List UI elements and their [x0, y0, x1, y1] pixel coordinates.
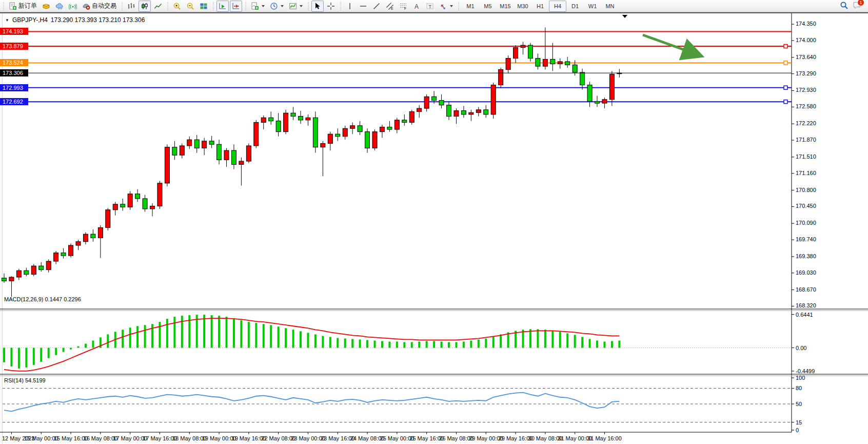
ohlc-readout: 173.290 173.393 173.210 173.306	[51, 16, 145, 24]
tile-windows-button[interactable]	[198, 1, 210, 12]
chart-shift-icon	[232, 2, 240, 10]
timeframe-button-M15[interactable]: M15	[497, 1, 514, 12]
bar-chart-icon	[127, 2, 135, 10]
add-indicator-button[interactable]	[249, 1, 267, 12]
price-tick-label: 169.740	[796, 236, 816, 242]
rsi-tick-label: 15	[796, 419, 802, 426]
time-tick-label: 29 May 00:00	[469, 435, 503, 441]
candle-body	[328, 134, 332, 143]
line-chart-mode-button[interactable]	[152, 1, 164, 12]
news-cloud-icon	[55, 2, 64, 10]
candle-body	[587, 85, 592, 102]
timeframe-button-M1[interactable]: M1	[462, 1, 479, 12]
trendline-button[interactable]	[370, 1, 383, 12]
macd-tick-label: 0.6441	[796, 312, 813, 318]
time-tick-label: 25 May 00:00	[380, 435, 415, 441]
price-tick-label: 169.030	[796, 269, 816, 276]
candle-body	[157, 183, 162, 206]
arrow-objects-button[interactable]	[437, 1, 455, 12]
toolbar-grip[interactable]	[121, 2, 123, 10]
chart-title: ▼ GBPJPY-,H4 173.290 173.393 173.210 173…	[5, 16, 145, 24]
candle-body	[143, 199, 147, 209]
candle-body	[135, 194, 140, 199]
hline-handle[interactable]	[784, 61, 787, 65]
text-button[interactable]: A	[410, 1, 423, 12]
time-tick-label: 31 May 16:00	[587, 435, 622, 441]
fibonacci-button[interactable]: F	[397, 1, 409, 12]
toolbar-grip[interactable]	[166, 2, 169, 10]
toolbar-grip[interactable]	[2, 2, 5, 10]
bar-chart-mode-button[interactable]	[125, 1, 137, 12]
candle-body	[172, 147, 177, 155]
notification-badge: 1	[857, 0, 864, 6]
timeframe-button-MN[interactable]: MN	[601, 1, 619, 12]
toolbar-grip[interactable]	[212, 2, 214, 10]
one-click-collapse-icon[interactable]: ▼	[5, 18, 9, 23]
vertical-line-button[interactable]	[344, 1, 356, 12]
price-tick-label: 173.290	[796, 70, 816, 76]
toolbar-grip[interactable]	[244, 2, 247, 10]
new-order-button[interactable]: 新订单	[7, 1, 39, 12]
svg-text:T: T	[429, 4, 432, 9]
toolbar-grip[interactable]	[457, 2, 460, 10]
tile-windows-icon	[200, 2, 208, 10]
cursor-button[interactable]	[311, 1, 324, 12]
signal-button[interactable]	[67, 1, 79, 12]
text-label-button[interactable]: T	[424, 1, 436, 12]
price-tick-label: 173.640	[796, 54, 816, 60]
toolbar-grip[interactable]	[307, 2, 309, 10]
market-book-icon	[42, 2, 50, 10]
text-label-icon: T	[426, 2, 434, 10]
timeframe-button-M30[interactable]: M30	[514, 1, 531, 12]
chart-shift-marker-icon[interactable]	[622, 15, 627, 18]
timeframe-button-H1[interactable]: H1	[531, 1, 549, 12]
equidistant-channel-button[interactable]: E	[384, 1, 396, 12]
candle-body	[54, 253, 58, 261]
period-selector-button[interactable]	[268, 1, 286, 12]
auto-scroll-button[interactable]	[216, 1, 229, 12]
news-cloud-button[interactable]	[53, 1, 66, 12]
time-tick-label: 16 May 08:00	[84, 435, 118, 441]
time-tick-label: 25 May 16:00	[409, 435, 444, 441]
time-tick-label: 22 May 08:00	[261, 435, 295, 441]
hline-handle[interactable]	[784, 86, 787, 89]
timeframe-button-H4[interactable]: H4	[549, 1, 566, 12]
chart-canvas	[0, 13, 868, 444]
search-icon[interactable]	[840, 1, 849, 11]
candle-body	[306, 118, 310, 120]
candle-body	[528, 45, 532, 59]
hline-handle[interactable]	[784, 100, 787, 104]
auto-trading-icon	[82, 2, 90, 10]
candlestick-mode-button[interactable]	[139, 1, 151, 12]
candle-body	[209, 141, 214, 144]
zoom-in-button[interactable]	[171, 1, 183, 12]
vertical-line-icon	[346, 2, 354, 10]
auto-trading-button[interactable]: 自动交易	[80, 1, 119, 12]
zoom-out-button[interactable]	[184, 1, 196, 12]
candle-body	[343, 128, 347, 136]
hline-handle[interactable]	[784, 45, 787, 48]
market-book-button[interactable]	[40, 1, 52, 12]
timeframe-button-D1[interactable]: D1	[566, 1, 584, 12]
candle-body	[24, 271, 29, 274]
candlestick-icon	[141, 2, 149, 10]
time-tick-label: 15 May 00:00	[24, 435, 58, 441]
candle-body	[336, 134, 340, 137]
timeframe-button-W1[interactable]: W1	[584, 1, 601, 12]
crosshair-button[interactable]	[325, 1, 337, 12]
rsi-tick-label: 0	[796, 427, 799, 433]
trend-arrow-annotation[interactable]	[643, 35, 700, 55]
timeframe-button-M5[interactable]: M5	[479, 1, 497, 12]
candle-body	[91, 234, 95, 238]
candle-body	[491, 85, 496, 114]
candle-body	[246, 146, 251, 161]
candle-body	[231, 150, 236, 164]
candle-body	[69, 245, 73, 256]
horizontal-line-button[interactable]	[357, 1, 369, 12]
notifications-button[interactable]: 1	[853, 1, 862, 11]
template-selector-button[interactable]	[287, 1, 305, 12]
chart-shift-button[interactable]	[230, 1, 242, 12]
price-tick-label: 171.160	[796, 170, 816, 176]
time-tick-label: 18 May 08:00	[172, 435, 207, 441]
toolbar-grip[interactable]	[339, 2, 342, 10]
